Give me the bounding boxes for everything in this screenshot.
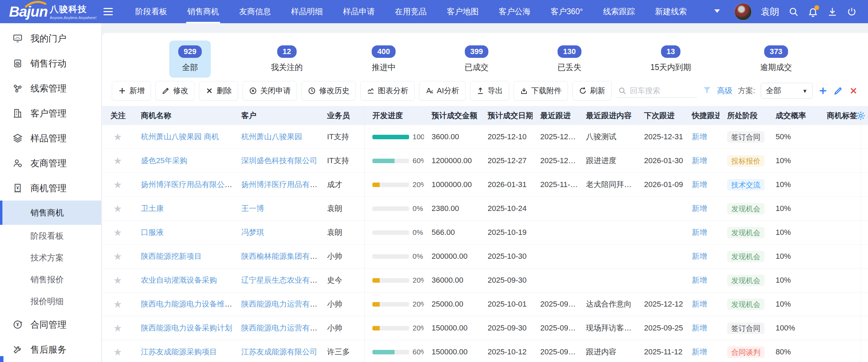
sidebar-item-8[interactable]: 售后服务 <box>0 337 101 362</box>
opportunity-name-link[interactable]: 卫土康 <box>141 204 164 213</box>
customer-link[interactable]: 江苏友成能源有限公司 <box>241 347 317 356</box>
table-row[interactable]: ★杭州萧山八骏果园 商机杭州萧山八骏果园IT支持100%3600.002025-… <box>102 125 868 149</box>
customer-link[interactable]: 深圳盛色科技有限公司 <box>241 156 317 165</box>
filter-funnel-icon[interactable] <box>703 86 712 96</box>
table-row[interactable]: ★扬州博洋医疗用品有限公司...扬州博洋医疗用品有限公司成才20%1000000… <box>102 173 868 197</box>
table-row[interactable]: ★陕西电力能源电力设备维护...陕西能源电力运营有限公司小帅20%25000.0… <box>102 292 868 316</box>
sidebar-item-0[interactable]: 我的门户 <box>0 26 101 51</box>
star-icon[interactable]: ★ <box>113 275 122 286</box>
opportunity-name-link[interactable]: 口服液 <box>141 228 164 237</box>
toolbar-button-1[interactable]: 修改 <box>155 81 195 100</box>
customer-link[interactable]: 王一博 <box>241 204 264 213</box>
customer-link[interactable]: 陕西榆林能源集团有限公司 <box>241 252 319 261</box>
add-scheme-button[interactable] <box>818 86 828 96</box>
star-icon[interactable]: ★ <box>113 299 122 310</box>
nav-item-6[interactable]: 客户地图 <box>437 0 489 23</box>
column-header-6[interactable]: 预计成交日期 <box>480 111 533 121</box>
search-input[interactable] <box>630 86 696 95</box>
nav-item-3[interactable]: 样品明细 <box>281 0 333 23</box>
quick-follow-link[interactable]: 新增 <box>692 324 707 332</box>
stat-filter-3[interactable]: 399已成交 <box>456 41 498 78</box>
opportunity-name-link[interactable]: 盛色25年采购 <box>141 156 187 165</box>
star-icon[interactable]: ★ <box>113 203 122 214</box>
quick-follow-link[interactable]: 新增 <box>692 252 707 261</box>
stat-filter-0[interactable]: 929全部 <box>169 41 211 78</box>
table-row[interactable]: ★陕西能源挖新项目陕西榆林能源集团有限公司小帅0%200000.002025-1… <box>102 245 868 268</box>
nav-item-8[interactable]: 客户360° <box>541 0 593 23</box>
column-settings-gear-icon[interactable] <box>856 111 866 121</box>
opportunity-name-link[interactable]: 陕西电力能源电力设备维护... <box>141 300 234 308</box>
star-icon[interactable]: ★ <box>113 347 122 357</box>
edit-scheme-button[interactable] <box>833 86 843 96</box>
advanced-search-link[interactable]: 高级 <box>717 86 732 96</box>
table-row[interactable]: ★江苏友成能源采购项目江苏友成能源有限公司许三多60%150000.002025… <box>102 340 868 362</box>
table-row[interactable]: ★农业自动灌溉设备采购辽宁星辰生态农业有限公司史今20%36000.002025… <box>102 268 868 292</box>
sidebar-subitem-4[interactable]: 报价明细 <box>0 290 101 312</box>
sidebar-item-5[interactable]: 友商管理 <box>0 151 101 176</box>
quick-follow-link[interactable]: 新增 <box>692 204 707 213</box>
star-icon[interactable]: ★ <box>113 251 122 262</box>
column-header-4[interactable]: 开发进度 <box>364 106 424 125</box>
column-header-11[interactable]: 所处阶段 <box>720 111 768 121</box>
toolbar-button-4[interactable]: 修改历史 <box>301 81 356 100</box>
customer-link[interactable]: 辽宁星辰生态农业有限公司 <box>241 276 319 284</box>
delete-scheme-button[interactable] <box>849 86 858 96</box>
opportunity-name-link[interactable]: 陕西能源挖新项目 <box>141 252 202 261</box>
sidebar-subitem-1[interactable]: 阶段看板 <box>0 225 101 247</box>
bell-icon[interactable] <box>808 7 818 17</box>
opportunity-name-link[interactable]: 江苏友成能源采购项目 <box>141 347 217 356</box>
sidebar-item-7[interactable]: 合同管理 <box>0 312 101 337</box>
customer-link[interactable]: 冯梦琪 <box>241 228 264 237</box>
stat-filter-6[interactable]: 373逾期成交 <box>751 41 801 78</box>
quick-follow-link[interactable]: 新增 <box>692 276 707 284</box>
column-header-2[interactable]: 客户 <box>234 111 319 121</box>
star-icon[interactable]: ★ <box>113 227 122 238</box>
quick-follow-link[interactable]: 新增 <box>692 156 707 165</box>
sidebar-item-6[interactable]: 商机管理 <box>0 176 101 201</box>
search-icon[interactable] <box>788 7 799 17</box>
sidebar-subitem-2[interactable]: 技术方案 <box>0 247 101 268</box>
user-avatar[interactable] <box>734 3 752 20</box>
toolbar-button-8[interactable]: 下载附件 <box>514 81 568 100</box>
column-header-8[interactable]: 最近跟进内容 <box>578 111 636 121</box>
toolbar-button-5[interactable]: 图表分析 <box>360 81 415 100</box>
sidebar-item-2[interactable]: 线索管理 <box>0 76 101 101</box>
scheme-select[interactable]: 全部 ▼ <box>761 83 813 99</box>
sidebar-item-4[interactable]: 样品管理 <box>0 126 101 151</box>
power-icon[interactable] <box>847 7 857 17</box>
quick-follow-link[interactable]: 新增 <box>692 347 707 356</box>
nav-item-5[interactable]: 在用竞品 <box>385 0 437 23</box>
toolbar-button-7[interactable]: 导出 <box>470 81 509 100</box>
column-header-9[interactable]: 下次跟进 <box>636 111 684 121</box>
user-name[interactable]: 袁朗 <box>761 6 779 18</box>
nav-item-7[interactable]: 客户公海 <box>489 0 541 23</box>
table-row[interactable]: ★陕西能源电力设备采购计划陕西能源电力运营有限公司小帅20%150000.002… <box>102 316 868 340</box>
star-icon[interactable]: ★ <box>113 132 122 142</box>
opportunity-name-link[interactable]: 陕西能源电力设备采购计划 <box>141 324 232 332</box>
column-header-13[interactable]: 商机标签 <box>819 111 861 121</box>
quick-follow-link[interactable]: 新增 <box>692 228 707 237</box>
brand-logo[interactable]: Bajun 八骏科技 Anyone.Anytime.Anywhere! <box>0 3 101 20</box>
table-row[interactable]: ★盛色25年采购深圳盛色科技有限公司IT支持60%1200000.002025-… <box>102 149 868 173</box>
sidebar-item-1[interactable]: 销售行动 <box>0 51 101 76</box>
nav-item-4[interactable]: 样品申请 <box>333 0 385 23</box>
column-header-10[interactable]: 快捷跟进 <box>684 111 720 121</box>
stat-filter-5[interactable]: 1315天内到期 <box>641 41 700 78</box>
nav-more-chevron-down-icon[interactable] <box>714 9 721 15</box>
quick-follow-link[interactable]: 新增 <box>692 180 707 189</box>
nav-item-10[interactable]: 新建线索 <box>645 0 697 23</box>
download-icon[interactable] <box>827 7 838 17</box>
hamburger-menu-icon[interactable] <box>103 8 113 15</box>
opportunity-name-link[interactable]: 农业自动灌溉设备采购 <box>141 276 217 284</box>
sidebar-item-3[interactable]: 客户管理 <box>0 101 101 126</box>
nav-item-0[interactable]: 阶段看板 <box>125 0 177 23</box>
stat-filter-1[interactable]: 12我关注的 <box>262 41 312 78</box>
column-header-12[interactable]: 成交概率 <box>768 111 819 121</box>
stat-filter-2[interactable]: 400推进中 <box>363 41 405 78</box>
opportunity-name-link[interactable]: 扬州博洋医疗用品有限公司... <box>141 180 234 189</box>
column-header-3[interactable]: 业务员 <box>319 111 364 121</box>
column-header-7[interactable]: 最近跟进 <box>533 111 578 121</box>
column-header-0[interactable]: 关注 <box>102 111 133 121</box>
nav-item-2[interactable]: 友商信息 <box>229 0 281 23</box>
nav-item-9[interactable]: 线索跟踪 <box>593 0 645 23</box>
